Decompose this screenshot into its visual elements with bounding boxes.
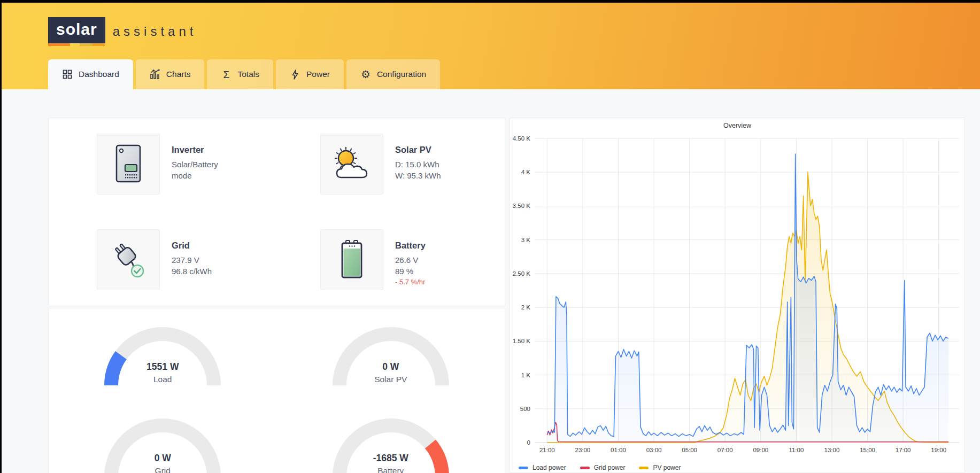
y-axis-tick: 4.50 K: [513, 135, 531, 142]
solar-assistant-app: solar assistant Dashboard Charts Σ Total…: [2, 3, 980, 473]
x-axis-tick: 07:00: [717, 447, 733, 453]
tile-value-line: D: 15.0 kWh: [395, 159, 441, 170]
tile-value-line: 237.9 V: [172, 254, 212, 266]
bolt-icon: [291, 69, 299, 80]
y-axis-tick: 3 K: [521, 237, 531, 243]
y-axis-tick: 2 K: [521, 304, 531, 311]
x-axis-tick: 19:00: [931, 447, 946, 453]
gauges-card: 1551 W Load 0 W Solar PV 0 W Grid -1685 …: [48, 308, 505, 473]
y-axis-tick: 1 K: [521, 372, 531, 378]
status-tile-battery: Battery 26.6 V89 %- 5.7 %/hr: [320, 229, 505, 290]
legend-swatch: [639, 467, 649, 469]
x-axis-tick: 21:00: [539, 447, 555, 453]
legend-item-grid-power[interactable]: Grid power: [580, 464, 626, 471]
legend-swatch: [519, 467, 528, 469]
gauge-solar-pv: 0 W Solar PV: [327, 320, 455, 386]
gear-icon: ⚙: [361, 69, 371, 80]
y-axis-tick: 2.50 K: [513, 270, 531, 277]
legend-label: PV power: [653, 464, 681, 471]
gauge-value: 0 W: [327, 361, 455, 373]
load-power-area: [547, 154, 948, 443]
logo-subtitle: assistant: [113, 24, 197, 39]
tab-label: Dashboard: [79, 69, 119, 79]
x-axis-tick: 03:00: [646, 447, 662, 453]
tile-value-line: W: 95.3 kWh: [395, 170, 441, 181]
battery-icon: [335, 239, 368, 280]
tile-value-line: 89 %: [395, 266, 426, 277]
x-axis-tick: 01:00: [611, 447, 626, 453]
tab-label: Power: [306, 69, 330, 79]
tab-totals[interactable]: Σ Totals: [207, 59, 273, 89]
x-axis-tick: 17:00: [896, 447, 911, 453]
tile-alert-line: - 5.7 %/hr: [395, 277, 426, 288]
x-axis-tick: 09:00: [753, 447, 768, 453]
tile-title: Battery: [395, 241, 426, 251]
tab-label: Charts: [166, 69, 191, 79]
legend-label: Grid power: [594, 464, 626, 471]
legend-item-load-power[interactable]: Load power: [519, 464, 566, 471]
inverter-icon: [109, 143, 148, 185]
tile-value-line: Solar/Battery: [172, 159, 218, 170]
plug-icon: [107, 239, 149, 281]
legend-swatch: [580, 467, 590, 469]
gauge-value: 1551 W: [98, 361, 227, 373]
x-axis-tick: 13:00: [824, 447, 840, 453]
legend-label: Load power: [533, 464, 566, 471]
y-axis-tick: 1.50 K: [513, 338, 531, 344]
gauge-label: Solar PV: [327, 375, 455, 384]
x-axis-tick: 23:00: [575, 447, 590, 453]
tab-power[interactable]: Power: [276, 59, 344, 89]
x-axis-tick: 05:00: [682, 447, 697, 453]
status-tile-grid: Grid 237.9 V96.8 c/kWh: [97, 229, 320, 290]
bar-chart-icon: [150, 69, 160, 79]
overview-chart-card: Overview 05001 K1.50 K2 K2.50 K3 K3.50 K…: [510, 118, 965, 473]
y-axis-tick: 3.50 K: [513, 203, 531, 209]
nav-tabs: Dashboard Charts Σ Totals Power ⚙ Config…: [48, 59, 440, 89]
tile-title: Solar PV: [395, 145, 441, 155]
app-header: solar assistant Dashboard Charts Σ Total…: [2, 3, 980, 89]
tile-lines: 237.9 V96.8 c/kWh: [172, 254, 212, 277]
chart-title: Overview: [510, 118, 964, 132]
logo: solar assistant: [48, 17, 197, 46]
status-tile-inverter: Inverter Solar/Batterymode: [97, 134, 320, 195]
tile-title: Grid: [172, 241, 212, 251]
status-tiles-card: Inverter Solar/Batterymode Solar PV D: 1…: [48, 118, 505, 306]
tab-label: Configuration: [377, 69, 426, 79]
gauge-battery: -1685 W Battery: [327, 412, 455, 473]
left-panel: Inverter Solar/Batterymode Solar PV D: 1…: [48, 118, 505, 473]
logo-box: solar: [48, 17, 105, 43]
tab-configuration[interactable]: ⚙ Configuration: [346, 59, 440, 89]
y-axis-tick: 0: [527, 439, 530, 446]
gauge-label: Load: [98, 375, 227, 384]
legend-item-pv-power[interactable]: PV power: [639, 464, 681, 471]
gauge-grid: 0 W Grid: [98, 412, 227, 473]
overview-chart-canvas[interactable]: 05001 K1.50 K2 K2.50 K3 K3.50 K4 K4.50 K…: [510, 132, 966, 459]
tile-value-line: mode: [172, 170, 218, 181]
sun-cloud-icon: [331, 146, 372, 182]
logo-color-strip: [48, 43, 105, 46]
status-tile-solar-pv: Solar PV D: 15.0 kWhW: 95.3 kWh: [320, 134, 505, 195]
tile-title: Inverter: [172, 145, 218, 155]
sigma-icon: Σ: [223, 69, 230, 80]
gauge-value: -1685 W: [327, 453, 455, 464]
x-axis-tick: 15:00: [860, 447, 875, 453]
gauge-label: Grid: [98, 466, 227, 473]
tile-value-line: 96.8 c/kWh: [172, 266, 212, 277]
y-axis-tick: 4 K: [521, 169, 531, 175]
tab-dashboard[interactable]: Dashboard: [48, 59, 133, 89]
tile-lines: 26.6 V89 %- 5.7 %/hr: [395, 254, 426, 288]
dashboard-grid-icon: [63, 69, 72, 79]
tab-label: Totals: [237, 69, 259, 79]
tile-lines: Solar/Batterymode: [172, 159, 218, 181]
x-axis-tick: 11:00: [789, 447, 804, 453]
gauge-load: 1551 W Load: [98, 320, 227, 386]
gauge-value: 0 W: [98, 453, 227, 464]
y-axis-tick: 500: [520, 406, 530, 412]
gauge-label: Battery: [327, 466, 455, 473]
tile-value-line: 26.6 V: [395, 254, 426, 266]
tab-charts[interactable]: Charts: [136, 59, 205, 89]
tile-lines: D: 15.0 kWhW: 95.3 kWh: [395, 159, 441, 181]
chart-legend: Load powerGrid powerPV power: [510, 461, 964, 473]
